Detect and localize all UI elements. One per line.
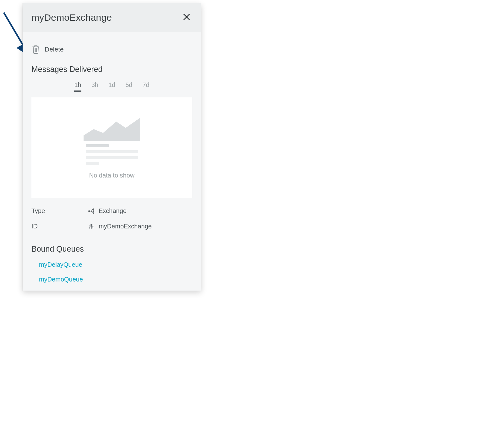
range-tab-1d[interactable]: 1d <box>108 81 115 92</box>
messages-chart-empty: No data to show <box>31 97 192 198</box>
fingerprint-icon <box>88 223 95 230</box>
range-tab-7d[interactable]: 7d <box>142 81 149 92</box>
detail-value-id: myDemoExchange <box>99 223 152 230</box>
delete-button[interactable]: Delete <box>31 40 192 61</box>
bound-queue-link[interactable]: myDelayQueue <box>39 261 192 268</box>
close-icon <box>183 13 191 22</box>
exchange-detail-panel: myDemoExchange <box>23 3 201 291</box>
exchange-icon <box>88 208 95 215</box>
range-tab-1h[interactable]: 1h <box>74 81 81 92</box>
detail-value-type: Exchange <box>99 207 127 215</box>
empty-chart-text: No data to show <box>89 172 135 179</box>
empty-chart-graphic-icon <box>84 117 140 165</box>
bound-queue-list: myDelayQueue myDemoQueue <box>31 261 192 283</box>
close-button[interactable] <box>181 12 192 23</box>
detail-label-type: Type <box>31 207 88 215</box>
section-title-bound-queues: Bound Queues <box>31 244 192 254</box>
trash-icon <box>31 45 40 54</box>
bound-queue-link[interactable]: myDemoQueue <box>39 276 192 283</box>
panel-title: myDemoExchange <box>31 12 112 23</box>
detail-row-type: Type Exchange <box>31 207 192 215</box>
section-title-messages: Messages Delivered <box>31 65 192 74</box>
detail-label-id: ID <box>31 223 88 230</box>
range-tab-5d[interactable]: 5d <box>125 81 132 92</box>
detail-row-id: ID myDemoExchange <box>31 223 192 230</box>
delete-label: Delete <box>45 46 64 53</box>
range-tab-3h[interactable]: 3h <box>91 81 98 92</box>
panel-header: myDemoExchange <box>23 3 201 32</box>
time-range-tabs: 1h 3h 1d 5d 7d <box>31 81 192 92</box>
